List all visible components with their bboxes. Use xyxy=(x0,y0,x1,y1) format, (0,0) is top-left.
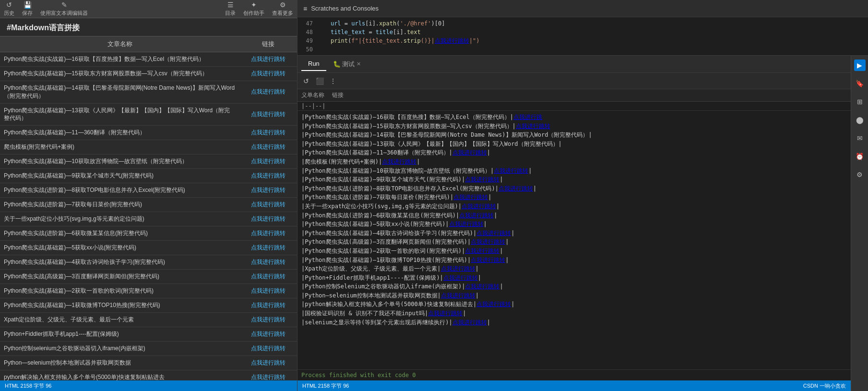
row-link[interactable]: 点我进行跳转 xyxy=(239,171,297,181)
row-link[interactable]: 点我进行跳转 xyxy=(239,142,297,152)
row-title: 爬虫模板(附完整代码+案例) xyxy=(0,142,239,152)
code-line: url = urls[i].xpath('./@href')[0] xyxy=(317,19,868,28)
row-link[interactable]: 点我进行跳转 xyxy=(239,243,297,253)
table-body: Python爬虫实战(实战篇)—16获取【百度热搜】数据—写入Ecel（附完整代… xyxy=(0,52,297,380)
row-link[interactable]: 点我进行跳转 xyxy=(239,344,297,354)
table-row: Python爬虫实战(高级篇)—3百度翻译网页新闻但(附完整代码) 点我进行跳转 xyxy=(0,270,297,284)
row-link[interactable]: 点我进行跳转 xyxy=(239,185,297,195)
output-line: |Python爬虫实战(基础篇)—11—360翻译（附完整代码）|点我进行跳转| xyxy=(301,148,847,157)
table-row: Python—selenium控制本地测试器并获取网页数据 点我进行跳转 xyxy=(0,356,297,370)
row-link[interactable]: 点我进行跳转 xyxy=(239,200,297,210)
row-link[interactable]: 点我进行跳转 xyxy=(239,214,297,224)
code-area: 4748495051 url = urls[i].xpath('./@href'… xyxy=(297,17,868,56)
share-icon[interactable]: ⬤ xyxy=(854,114,866,126)
row-title: Python爬虫实战(基础篇)—1获取微博TOP10热搜(附完整代码) xyxy=(0,300,239,310)
output-col1: 义单名称 xyxy=(301,91,324,99)
row-title: Python爬虫实战(基础篇)—5获取xx小说(附完整代码) xyxy=(0,243,239,253)
toolbar-save-label: 保存 xyxy=(22,10,33,17)
output-line: |关于一些xpath定位小技巧(svg,img,g等元素的定位问题)|点我进行跳… xyxy=(301,202,847,211)
run-tab-[interactable]: 🐛 测试✕ xyxy=(326,57,368,71)
code-line: print(f"|{title_text.strip()}|点我进行跳转|") xyxy=(317,36,868,45)
line-numbers: 4748495051 xyxy=(297,19,317,53)
row-link[interactable]: 点我进行跳转 xyxy=(239,257,297,267)
output-line: |Python爬虫实战(基础篇)—10获取故宫博物院—故宫壁纸（附完整代码）|点… xyxy=(301,166,847,176)
output-line: |Python爬虫实战(高级篇)—3百度翻译网页新闻但(附完整代码)|点我进行跳… xyxy=(301,237,847,247)
mail-icon[interactable]: ✉ xyxy=(854,132,866,144)
row-title: Python爬虫实战(基础篇)—15获取东方财富网股票数据—写入csv（附完整代… xyxy=(0,69,239,79)
refresh-btn[interactable]: ↺ xyxy=(300,75,312,87)
output-col-header: 义单名称 链接 xyxy=(297,89,851,102)
output-line: |Python爬虫实战(基础篇)—4获取古诗词给孩子学习(附完整代码)|点我进行… xyxy=(301,229,847,238)
table-row: Python爬虫实战(基础篇)—13获取《人民网》【最新】【国内】【国际】写入W… xyxy=(0,104,297,126)
layers-icon[interactable]: ⊞ xyxy=(854,96,866,107)
row-link[interactable]: 点我进行跳转 xyxy=(239,228,297,238)
row-link[interactable]: 点我进行跳转 xyxy=(239,329,297,339)
toolbar-creator[interactable]: ✦ 创作助手 xyxy=(243,1,264,17)
run-tabs: Run🐛 测试✕ xyxy=(297,56,851,73)
output-line: |Python爬虫实战(进阶篇)—7获取每日菜价(附完整代码)|点我进行跳转| xyxy=(301,193,847,202)
row-link[interactable]: 点我进行跳转 xyxy=(239,286,297,296)
row-link[interactable]: 点我进行跳转 xyxy=(239,272,297,282)
output-line: |Python爬虫实战(进阶篇)—6获取微某某信息(附完整代码)|点我进行跳转| xyxy=(301,211,847,220)
creator-icon: ✦ xyxy=(251,1,257,9)
row-title: Python爬虫实战(基础篇)—13获取《人民网》【最新】【国内】【国际】写入W… xyxy=(0,106,239,124)
row-link[interactable]: 点我进行跳转 xyxy=(239,54,297,64)
status-bar-right: HTML 2158 字节 96 CSDN 一响小贪欢 xyxy=(297,380,851,391)
bookmark-icon[interactable]: 🔖 xyxy=(854,78,866,89)
settings2-icon[interactable]: ⚙ xyxy=(854,169,866,180)
stop-btn[interactable]: ⬛ xyxy=(314,75,325,87)
row-link[interactable]: 点我进行跳转 xyxy=(239,315,297,325)
output-line: |Python爬虫实战(基础篇)—5获取xx小说(附完整代码)|点我进行跳转| xyxy=(301,220,847,229)
play-icon[interactable]: ▶ xyxy=(854,59,866,71)
output-content[interactable]: |Python爬虫实战(实战篇)—16获取【百度热搜】数据—写入Ecel（附完整… xyxy=(297,111,851,369)
row-link[interactable]: 点我进行跳转 xyxy=(239,109,297,119)
side-icons: ▶🔖⊞⬤✉⏰⚙ xyxy=(851,56,868,391)
table-row: Python爬虫实战(进阶篇)—8获取TOP电影信息并存入Excel(附完整代码… xyxy=(0,183,297,198)
table-row: Python爬虫实战(进阶篇)—7获取每日菜价(附完整代码) 点我进行跳转 xyxy=(0,198,297,212)
toolbar-history-label: 历史 xyxy=(4,10,14,17)
directory-icon: ☰ xyxy=(227,1,234,9)
row-link[interactable]: 点我进行跳转 xyxy=(239,156,297,166)
code-line xyxy=(317,45,868,53)
row-link[interactable]: 点我进行跳转 xyxy=(239,300,297,310)
scratches-header: ≡ Scratches and Consoles xyxy=(297,0,868,17)
table-row: Python爬虫实战(基础篇)—5获取xx小说(附完整代码) 点我进行跳转 xyxy=(0,241,297,255)
close-tab-icon[interactable]: ✕ xyxy=(357,61,361,67)
more-btn[interactable]: ⋮ xyxy=(327,75,339,87)
clock-icon[interactable]: ⏰ xyxy=(854,151,866,162)
table-row: Python控制selenium之谷歌驱动器切入iframe(内嵌框架) 点我进… xyxy=(0,342,297,356)
scratches-title: Scratches and Consoles xyxy=(311,5,379,12)
page-title: #Markdown语言拼接 xyxy=(0,18,297,36)
toolbar-save[interactable]: 💾 保存 xyxy=(22,1,33,17)
table-row: python解决输入框支持输入多个单号(5000单)快速复制粘贴进去 点我进行跳… xyxy=(0,370,297,380)
table-row: Python爬虫实战(基础篇)—14获取【巴黎圣母院新闻网(Notre Dame… xyxy=(0,81,297,104)
more-icon: ⚙ xyxy=(280,1,286,9)
rich-text-icon: ✎ xyxy=(61,1,67,9)
main-content-area: Run🐛 测试✕ ↺ ⬛ ⋮ 义单名称 链接 |--|--| |Python爬虫… xyxy=(297,56,868,391)
toolbar-history[interactable]: ↺ 历史 xyxy=(4,1,14,17)
row-link[interactable]: 点我进行跳转 xyxy=(239,358,297,368)
right-content: ≡ Scratches and Consoles 4748495051 url … xyxy=(297,0,868,391)
output-separator: |--|--| xyxy=(297,102,851,111)
save-icon: 💾 xyxy=(24,1,32,9)
output-line: |Python爬虫实战(基础篇)—15获取东方财富网股票数据—写入csv（附完整… xyxy=(301,122,847,131)
toolbar-directory[interactable]: ☰ 目录 xyxy=(225,1,236,17)
row-link[interactable]: 点我进行跳转 xyxy=(239,128,297,138)
output-col2: 链接 xyxy=(332,91,344,99)
status-text-left: HTML 2158 字节 96 xyxy=(5,382,51,390)
status-bar-left: HTML 2158 字节 96 xyxy=(0,380,297,391)
table-row: Python+Fiddler抓取手机app1----配置(保姆级) 点我进行跳转 xyxy=(0,327,297,342)
output-line: |国税验证码识别 & 识别不了我还不能input吗|点我进行跳转| xyxy=(301,309,847,318)
row-title: Python爬虫实战(进阶篇)—8获取TOP电影信息并存入Excel(附完整代码… xyxy=(0,185,239,195)
run-tab-run[interactable]: Run xyxy=(301,57,326,71)
row-link[interactable]: 点我进行跳转 xyxy=(239,372,297,380)
output-line: |Python爬虫实战(基础篇)—13获取《人民网》【最新】【国内】【国际】写入… xyxy=(301,140,847,149)
output-line: |Python爬虫实战(基础篇)—2获取一首歌的歌词(附完整代码)|点我进行跳转… xyxy=(301,247,847,256)
toolbar-directory-label: 目录 xyxy=(225,10,236,17)
row-link[interactable]: 点我进行跳转 xyxy=(239,87,297,97)
line-number: 48 xyxy=(297,28,313,36)
toolbar-rich-text[interactable]: ✎ 使用富文本调编辑器 xyxy=(40,1,88,17)
toolbar-more[interactable]: ⚙ 查看更多 xyxy=(272,1,293,17)
row-link[interactable]: 点我进行跳转 xyxy=(239,69,297,79)
output-line: |selenium之显示等待(等到某个元素出现后再继续执行)|点我进行跳转| xyxy=(301,318,847,327)
